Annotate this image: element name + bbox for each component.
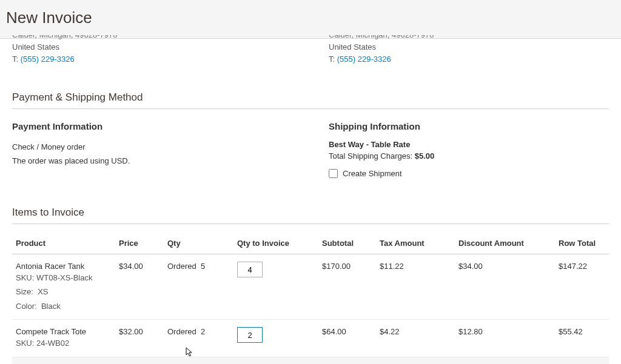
phone-link[interactable]: (555) 229-3326 [337,55,391,64]
cell-product: Antonia Racer Tank SKU: WT08-XS-Black Si… [12,254,115,320]
cell-product: Compete Track Tote SKU: 24-WB02 [12,320,115,357]
qty-ordered: 2 [201,327,205,336]
shipping-charges: Total Shipping Charges: $5.00 [329,151,609,160]
col-subtotal: Subtotal [318,233,376,254]
phone-link[interactable]: (555) 229-3326 [21,55,75,64]
col-discount: Discount Amount [455,233,555,254]
sku-value: WT08-XS-Black [36,273,92,282]
items-table: Product Price Qty Qty to Invoice Subtota… [12,233,609,364]
cell-row-total: $147.22 [555,254,609,320]
items-header-row: Product Price Qty Qty to Invoice Subtota… [12,233,609,254]
qty-label: Ordered [167,327,198,336]
qty-to-invoice-input[interactable] [237,262,263,277]
cell-subtotal: $64.00 [318,320,376,357]
product-sku-line: SKU: WT08-XS-Black [16,271,112,285]
cell-discount: $12.80 [455,320,555,357]
qty-label: Ordered [167,262,198,271]
cell-price: $32.00 [115,320,164,357]
content-area: Calder, Michigan, 49628-7978 United Stat… [0,39,621,364]
items-section-title: Items to Invoice [12,207,609,224]
sku-label: SKU: [16,273,36,282]
shipping-method: Best Way - Table Rate [329,140,609,149]
address-country: United States [329,41,609,53]
address-row: Calder, Michigan, 49628-7978 United Stat… [12,39,609,65]
shipping-charges-label: Total Shipping Charges: [329,151,415,160]
cell-tax: $4.22 [376,320,455,357]
size-label: Size: [16,287,36,296]
payment-currency-note: The order was placed using USD. [12,154,292,168]
update-qty-row: Update Qty's [12,357,609,364]
create-shipment-row[interactable]: Create Shipment [329,169,402,178]
col-price: Price [115,233,164,254]
phone-prefix: T: [329,55,337,64]
col-row-total: Row Total [555,233,609,254]
shipping-charges-value: $5.00 [415,151,435,160]
address-city-line: Calder, Michigan, 49628-7978 [12,35,292,41]
product-color-line: Color: Black [16,299,112,313]
page-header: New Invoice [0,0,621,39]
size-value: XS [38,287,48,296]
table-row: Antonia Racer Tank SKU: WT08-XS-Black Si… [12,254,609,320]
shipping-address-block: Calder, Michigan, 49628-7978 United Stat… [329,39,609,65]
col-product: Product [12,233,115,254]
cell-row-total: $55.42 [555,320,609,357]
address-country: United States [12,41,292,53]
cell-qty: Ordered 2 [164,320,233,357]
product-name: Compete Track Tote [16,327,112,336]
payment-method: Check / Money order [12,140,292,154]
col-qty: Qty [164,233,233,254]
create-shipment-label: Create Shipment [343,169,402,178]
payship-section-title: Payment & Shipping Method [12,91,609,109]
create-shipment-checkbox[interactable] [329,169,338,178]
cell-qty: Ordered 5 [164,254,233,320]
payment-info-title: Payment Information [12,121,292,131]
cell-qty-to-invoice [233,254,318,320]
billing-address-block: Calder, Michigan, 49628-7978 United Stat… [12,39,292,65]
product-name: Antonia Racer Tank [16,262,112,271]
color-label: Color: [16,302,39,311]
cell-qty-to-invoice [233,320,318,357]
sku-value: 24-WB02 [36,339,69,348]
shipping-info-title: Shipping Information [329,121,609,131]
table-row: Compete Track Tote SKU: 24-WB02 $32.00 O… [12,320,609,357]
col-qty-to-invoice: Qty to Invoice [233,233,318,254]
cell-subtotal: $170.00 [318,254,376,320]
cell-price: $34.00 [115,254,164,320]
qty-to-invoice-input[interactable] [237,327,263,343]
page-title: New Invoice [6,8,615,27]
payship-columns: Payment Information Check / Money order … [12,117,609,180]
product-size-line: Size: XS [16,285,112,299]
cell-discount: $34.00 [455,254,555,320]
shipping-column: Shipping Information Best Way - Table Ra… [329,117,609,180]
sku-label: SKU: [16,339,36,348]
qty-ordered: 5 [201,262,205,271]
cell-tax: $11.22 [376,254,455,320]
address-city-line: Calder, Michigan, 49628-7978 [329,35,609,41]
col-tax: Tax Amount [376,233,455,254]
color-value: Black [41,302,61,311]
address-phone-line: T: (555) 229-3326 [12,53,292,65]
shipping-method-text: Best Way - Table Rate [329,140,410,149]
payment-column: Payment Information Check / Money order … [12,117,292,180]
product-sku-line: SKU: 24-WB02 [16,336,112,350]
phone-prefix: T: [12,55,21,64]
address-phone-line: T: (555) 229-3326 [329,53,609,65]
